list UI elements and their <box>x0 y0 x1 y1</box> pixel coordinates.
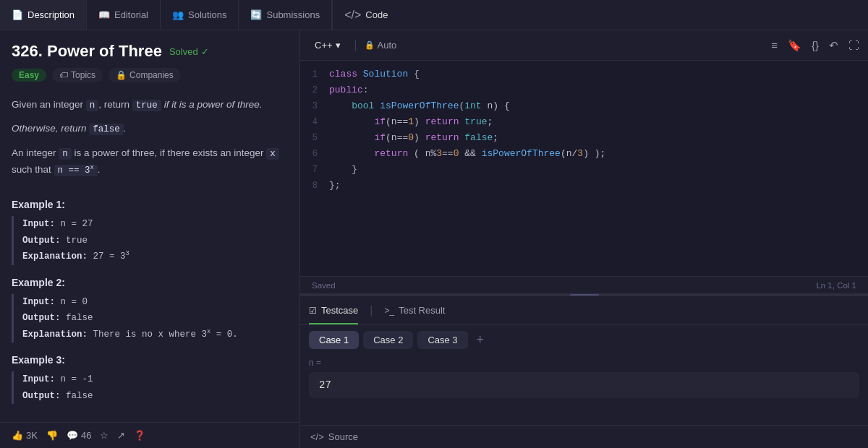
help-button[interactable]: ❓ <box>134 430 145 441</box>
tab-description[interactable]: 📄 Description <box>0 0 87 30</box>
example-1-title: Example 1: <box>12 199 288 210</box>
like-count: 3K <box>26 430 38 441</box>
code-line-5: 5 if(n==0) return false; <box>300 130 868 146</box>
code-section-label: Code <box>365 9 388 20</box>
language-label: C++ <box>315 40 333 51</box>
tag-icon: 🏷 <box>59 70 68 80</box>
code-line-1: 1 class Solution { <box>300 66 868 82</box>
example-2-input: Input: n = 0 <box>22 294 288 311</box>
tab-submissions-label: Submissions <box>266 9 320 20</box>
solved-badge: Solved ✓ <box>169 46 209 57</box>
dislike-button[interactable]: 👎 <box>46 430 58 441</box>
bookmark-icon[interactable]: 🔖 <box>788 39 801 52</box>
tab-solutions[interactable]: 👥 Solutions <box>161 0 239 30</box>
example-1-input: Input: n = 27 <box>22 216 288 233</box>
example-2-title: Example 2: <box>12 277 288 288</box>
tab-submissions[interactable]: 🔄 Submissions <box>239 0 332 30</box>
code-line-6: 6 return ( n%3==0 && isPowerOfThree(n/3)… <box>300 146 868 162</box>
testcase-tab-label: Testcase <box>321 305 358 316</box>
left-nav-tabs: 📄 Description 📖 Editorial 👥 Solutions 🔄 … <box>0 0 332 30</box>
example-2-output: Output: false <box>22 310 288 327</box>
example-3: Example 3: Input: n = -1 Output: false <box>12 354 288 404</box>
case-tabs: Case 1 Case 2 Case 3 + <box>300 325 868 355</box>
case-2-button[interactable]: Case 2 <box>363 331 413 349</box>
topics-tag[interactable]: 🏷 Topics <box>52 68 103 82</box>
tab-test-result[interactable]: >_ Test Result <box>384 296 445 324</box>
code-line-4: 4 if(n==1) return true; <box>300 114 868 130</box>
example-3-output: Output: false <box>22 388 288 405</box>
undo-icon[interactable]: ↶ <box>829 39 838 52</box>
language-selector[interactable]: C++ ▾ <box>309 38 346 53</box>
tab-description-label: Description <box>27 9 75 20</box>
tab-divider: | <box>370 304 373 317</box>
thumbs-up-icon: 👍 <box>12 430 23 441</box>
comment-icon: 💬 <box>67 430 78 441</box>
code-panel: C++ ▾ 🔒 Auto ≡ 🔖 {} ↶ ⛶ <box>300 30 868 293</box>
comment-button[interactable]: 💬 46 <box>67 430 91 441</box>
share-button[interactable]: ↗ <box>117 430 125 441</box>
bottom-bar-left: 👍 3K 👎 💬 46 ☆ ↗ ❓ <box>0 422 299 448</box>
curly-brace-icon[interactable]: {} <box>812 39 819 51</box>
example-1-content: Input: n = 27 Output: true Explanation: … <box>12 216 288 265</box>
code-line-8: 8 }; <box>300 178 868 194</box>
test-result-label: Test Result <box>399 305 445 316</box>
star-button[interactable]: ☆ <box>100 430 109 441</box>
difficulty-badge: Easy <box>12 69 46 82</box>
problem-description: Given an integer n, return true if it is… <box>0 90 299 193</box>
source-bar: </> Source <box>300 425 868 448</box>
testcase-input-area: n = 27 <box>300 355 868 425</box>
example-3-title: Example 3: <box>12 354 288 366</box>
source-label: Source <box>328 431 358 442</box>
chevron-down-icon: ▾ <box>336 40 341 51</box>
testcase-tabs: ☑ Testcase | >_ Test Result <box>300 296 868 325</box>
problem-number-title: 326. Power of Three <box>12 42 162 61</box>
comment-count: 46 <box>81 430 91 441</box>
check-icon: ✓ <box>201 46 209 57</box>
problem-header: 326. Power of Three Solved ✓ Easy 🏷 Topi… <box>0 30 299 90</box>
lock-icon: 🔒 <box>116 70 127 80</box>
fullscreen-icon[interactable]: ⛶ <box>848 39 859 51</box>
add-case-button[interactable]: + <box>472 331 489 349</box>
testcase-tab-icon: ☑ <box>309 306 317 316</box>
input-label: n = <box>309 358 859 368</box>
cursor-position: Ln 1, Col 1 <box>816 281 856 290</box>
tab-testcase[interactable]: ☑ Testcase <box>309 296 358 324</box>
example-3-input: Input: n = -1 <box>22 371 288 388</box>
left-panel: 326. Power of Three Solved ✓ Easy 🏷 Topi… <box>0 30 300 448</box>
help-icon: ❓ <box>134 430 145 441</box>
tags-row: Easy 🏷 Topics 🔒 Companies <box>12 68 288 82</box>
saved-status: Saved <box>312 281 336 290</box>
format-icon[interactable]: ≡ <box>771 39 778 51</box>
main-layout: 326. Power of Three Solved ✓ Easy 🏷 Topi… <box>0 30 868 448</box>
companies-tag[interactable]: 🔒 Companies <box>109 68 181 82</box>
editorial-icon: 📖 <box>98 9 110 20</box>
solutions-icon: 👥 <box>172 9 184 20</box>
top-nav: 📄 Description 📖 Editorial 👥 Solutions 🔄 … <box>0 0 868 30</box>
desc-p2: Otherwise, return false. <box>12 121 288 137</box>
star-icon: ☆ <box>100 430 109 441</box>
companies-label: Companies <box>129 70 174 80</box>
code-section-icon: </> <box>344 9 361 22</box>
code-line-2: 2 public: <box>300 82 868 98</box>
example-1-output: Output: true <box>22 233 288 249</box>
lock-small-icon: 🔒 <box>365 40 375 50</box>
examples-section: Example 1: Input: n = 27 Output: true Ex… <box>0 193 299 421</box>
case-3-button[interactable]: Case 3 <box>417 331 467 349</box>
description-icon: 📄 <box>12 9 23 20</box>
code-line-3: 3 bool isPowerOfThree(int n) { <box>300 98 868 114</box>
example-2: Example 2: Input: n = 0 Output: false Ex… <box>12 277 288 343</box>
code-editor[interactable]: 1 class Solution { 2 public: 3 bool isPo… <box>300 61 868 276</box>
code-toolbar-right: ≡ 🔖 {} ↶ ⛶ <box>771 39 859 52</box>
tab-editorial[interactable]: 📖 Editorial <box>87 0 161 30</box>
resize-handle[interactable] <box>300 293 868 296</box>
code-line-7: 7 } <box>300 162 868 178</box>
like-button[interactable]: 👍 3K <box>12 430 38 441</box>
input-field[interactable]: 27 <box>309 372 859 398</box>
tab-editorial-label: Editorial <box>114 9 148 20</box>
code-status-bar: Saved Ln 1, Col 1 <box>300 276 868 293</box>
tab-solutions-label: Solutions <box>188 9 226 20</box>
auto-label: 🔒 Auto <box>365 40 397 51</box>
case-1-button[interactable]: Case 1 <box>309 331 359 349</box>
example-1-explanation: Explanation: 27 = 33 <box>22 249 288 265</box>
source-code-icon: </> <box>310 431 324 442</box>
